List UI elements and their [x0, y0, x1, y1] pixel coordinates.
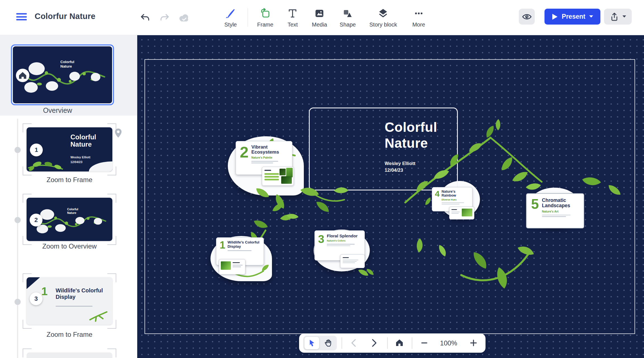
- photo-thumbnail: [462, 209, 472, 216]
- share-button[interactable]: [604, 9, 632, 25]
- topic-subtitle: Nature's Colors: [327, 239, 357, 242]
- editor-canvas[interactable]: ColorfulNature Wesley Elliott 12/04/23: [137, 35, 644, 358]
- tool-switcher: [303, 336, 337, 350]
- placeholder-text: [343, 261, 357, 262]
- placeholder-text: [228, 250, 252, 251]
- preview-button[interactable]: [519, 9, 535, 25]
- redo-icon: [159, 13, 169, 23]
- tool-style[interactable]: Style: [224, 8, 237, 28]
- toolbar-divider: [387, 337, 388, 349]
- topic-number: 5: [531, 198, 539, 225]
- timeline-dot: [15, 299, 21, 305]
- select-tool-button[interactable]: [304, 337, 319, 349]
- more-icon: [414, 8, 424, 19]
- zoom-out-button[interactable]: [418, 336, 431, 350]
- toolbar-divider: [342, 337, 342, 349]
- text-icon: [288, 8, 297, 19]
- title-frame[interactable]: ColorfulNature Wesley Elliott 12/04/23: [309, 108, 458, 190]
- step-1-label[interactable]: Zoom to Frame: [21, 176, 118, 184]
- tool-shape-label: Shape: [340, 22, 356, 28]
- zoom-out-icon: [421, 339, 428, 347]
- corner-decoration: [27, 277, 40, 289]
- tool-media-label: Media: [312, 22, 327, 28]
- overview-minimap: Colorful Nature: [13, 46, 112, 103]
- leaf-decoration: [88, 309, 110, 323]
- topic-title: Wildlife's ColorfulDisplay: [228, 240, 259, 249]
- placeholder-text: [343, 262, 355, 263]
- step-3-badge: 3: [30, 292, 42, 305]
- present-label: Present: [562, 13, 585, 20]
- tool-shape[interactable]: Shape: [340, 8, 356, 28]
- placeholder-text: [233, 265, 243, 266]
- chevron-right-icon: [371, 339, 377, 347]
- photo-thumbnail: [286, 168, 293, 177]
- tool-style-label: Style: [224, 22, 237, 28]
- minimap-title-line1: Colorful: [67, 208, 78, 211]
- placeholder-text: [343, 260, 358, 260]
- topic-5-card[interactable]: 5 ChromaticLandscapes Nature's Art: [526, 193, 584, 228]
- step-2-label[interactable]: Zoom to Overview: [21, 242, 118, 250]
- list-bar: [264, 173, 279, 175]
- placeholder-text: [542, 216, 566, 217]
- pan-tool-button[interactable]: [320, 337, 336, 349]
- thumb-title: Wildlife's ColorfulDisplay: [56, 287, 103, 300]
- thumb-number: 1: [41, 285, 48, 298]
- step-4-thumbnail[interactable]: [27, 352, 112, 358]
- zoom-in-icon: [470, 339, 477, 347]
- map-pin-icon[interactable]: [113, 127, 123, 140]
- placeholder-text: [251, 163, 273, 163]
- topic-title: VibrantEcosystems: [251, 145, 279, 155]
- thumb-title: ColorfulNature: [70, 133, 96, 148]
- cursor-icon: [308, 339, 316, 347]
- placeholder-text: [251, 161, 278, 162]
- minimap-title-line1: Colorful: [60, 60, 74, 64]
- placeholder-text: [343, 257, 349, 258]
- topic-number: 3: [318, 234, 324, 258]
- tool-frame-label: Frame: [257, 22, 273, 28]
- tool-frame[interactable]: Frame: [257, 8, 273, 28]
- play-icon: [552, 13, 558, 20]
- presentation-title: ColorfulNature: [385, 120, 437, 151]
- presentation-author: Wesley Elliott: [385, 161, 415, 166]
- overview-thumbnail[interactable]: Colorful Nature: [11, 44, 114, 105]
- document-title[interactable]: Colorfur Nature: [35, 12, 95, 21]
- tool-more[interactable]: More: [412, 8, 425, 28]
- home-icon: [395, 338, 404, 347]
- placeholder-text: [442, 204, 460, 204]
- photo-thumbnail: [281, 176, 292, 184]
- step-2-badge: 2: [30, 214, 42, 226]
- undo-icon: [140, 13, 150, 23]
- topic-4-subcard[interactable]: [449, 207, 474, 219]
- timeline-dot: [15, 147, 21, 153]
- steps-timeline: [17, 119, 18, 358]
- tool-media[interactable]: Media: [312, 8, 327, 28]
- placeholder-text: [451, 213, 459, 214]
- zoom-in-button[interactable]: [467, 336, 480, 350]
- next-step-button[interactable]: [368, 336, 381, 350]
- tool-story-block[interactable]: Story block: [370, 8, 397, 28]
- minimap-title-line2: Nature: [67, 211, 76, 214]
- timeline-dot: [15, 217, 21, 223]
- overview-section: Colorful Nature Overview: [0, 35, 137, 116]
- toolbar-divider: [412, 337, 412, 349]
- caret-down-icon: [589, 15, 593, 18]
- menu-icon[interactable]: [16, 13, 27, 22]
- redo-button[interactable]: [158, 12, 171, 23]
- previous-step-button[interactable]: [347, 336, 360, 350]
- present-button[interactable]: Present: [544, 9, 600, 25]
- step-3-label[interactable]: Zoom to Frame: [21, 331, 118, 338]
- undo-button[interactable]: [139, 12, 151, 23]
- placeholder-text: [542, 215, 570, 216]
- topic-2-subcard[interactable]: [262, 167, 294, 186]
- topic-1-subcard[interactable]: [219, 259, 245, 275]
- overview-label: Overview: [0, 106, 115, 114]
- placeholder-text: [442, 202, 464, 203]
- tool-text[interactable]: Text: [288, 8, 298, 28]
- placeholder-text: [264, 170, 271, 171]
- tool-more-label: More: [412, 22, 425, 28]
- frame-icon: [260, 8, 271, 19]
- tool-text-label: Text: [288, 22, 298, 28]
- placeholder-text: [327, 245, 350, 246]
- home-view-button[interactable]: [393, 336, 406, 350]
- topic-3-subcard[interactable]: [340, 254, 365, 268]
